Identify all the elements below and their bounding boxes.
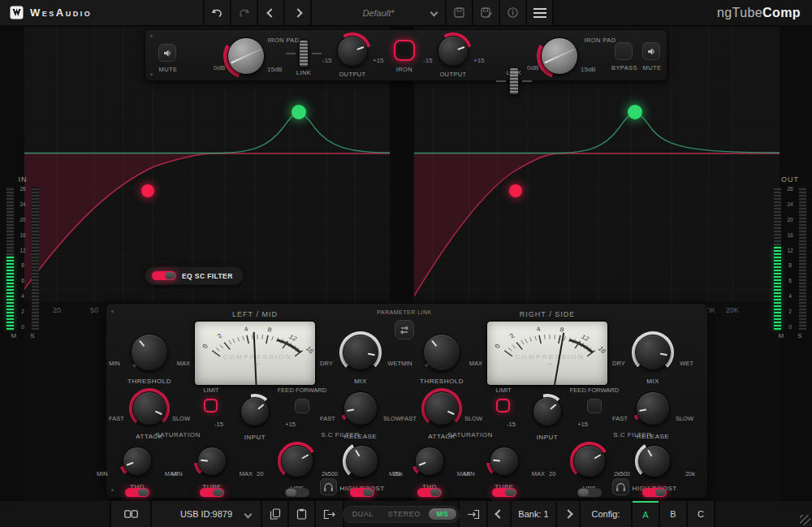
export-preset-button[interactable] [316, 501, 343, 527]
paste-settings-button[interactable] [289, 501, 314, 527]
hardware-link-button[interactable] [111, 501, 150, 527]
bell-handle-dot[interactable] [628, 105, 642, 119]
input-max-label: +15 [577, 421, 588, 428]
hpf-switch[interactable] [285, 488, 309, 497]
mode-dual[interactable]: DUAL [346, 510, 380, 518]
undo-button[interactable] [205, 0, 230, 25]
tube-switch[interactable] [492, 488, 516, 497]
bell-handle-dot[interactable] [292, 105, 306, 119]
attack-knob[interactable] [421, 388, 462, 429]
hpf-knob[interactable] [570, 442, 609, 481]
next-preset-button[interactable] [285, 0, 310, 25]
info-button[interactable] [500, 0, 525, 25]
switch-thumb [165, 272, 175, 279]
iron-pad-right-knob[interactable] [537, 33, 582, 79]
resize-handle[interactable] [800, 515, 810, 525]
vu-compression-label: COMPRESSION [515, 353, 585, 360]
hpf-min-label: 20 [549, 470, 555, 477]
threshold-label: THRESHOLD [110, 378, 188, 385]
mode-stereo[interactable]: STEREO [382, 510, 427, 518]
bank-next-button[interactable] [557, 501, 579, 527]
input-knob[interactable] [237, 394, 273, 430]
input-knob[interactable] [529, 394, 565, 430]
preset-dropdown[interactable]: Default* [312, 0, 445, 25]
vu-compression-label: COMPRESSION [222, 353, 292, 360]
output-right-knob[interactable] [434, 32, 472, 70]
attack-knob[interactable] [129, 388, 170, 429]
thd-knob[interactable] [119, 443, 155, 479]
switch-thumb [578, 489, 589, 496]
release-knob[interactable] [340, 388, 381, 429]
mix-knob[interactable] [632, 331, 674, 374]
hpf-knob[interactable] [278, 442, 317, 481]
tube-knob[interactable] [486, 443, 522, 479]
config-b-button[interactable]: B [660, 501, 686, 527]
channel-left-mid: LEFT / MID 0 2 4 8 12 16 COMPRESSION dB [110, 308, 411, 496]
meter-level [6, 257, 14, 330]
config-a-button[interactable]: A [633, 501, 659, 527]
vu-tick-label: 16 [304, 345, 315, 355]
top-toolbar: WesAudio Default* ngTubeComp [0, 0, 812, 27]
output-right-max: +15 [473, 57, 485, 64]
sc-filter-group-label: S.C FILTER [613, 431, 652, 438]
threshold-knob[interactable] [128, 331, 171, 374]
thd-switch[interactable] [417, 488, 442, 497]
import-icon [467, 509, 480, 520]
thd-switch[interactable] [125, 488, 149, 497]
speaker-icon [647, 47, 656, 56]
mute-left-button[interactable] [158, 44, 176, 62]
scale-tick: 20 [784, 218, 797, 222]
hpf-switch[interactable] [577, 488, 602, 497]
tube-switch[interactable] [200, 488, 224, 497]
hpf-handle-dot[interactable] [141, 184, 154, 197]
link-left-label: LINK [287, 69, 320, 76]
eq-sc-filter-switch[interactable] [152, 271, 176, 280]
freq-tick: 50 [90, 306, 98, 314]
fader-handle[interactable] [299, 40, 309, 67]
eq-sc-filter-toggle[interactable]: EQ SC FILTER [145, 266, 244, 285]
thd-knob-group: MIN MAX THD [98, 443, 176, 490]
bypass-button[interactable] [615, 42, 633, 60]
feed-forward-button[interactable] [587, 399, 602, 413]
min-label: MIN [464, 470, 475, 477]
scale-tick: 0 [16, 325, 29, 330]
mute-right-button[interactable] [642, 42, 660, 60]
switch-thumb [286, 489, 296, 496]
min-label: MIN [171, 470, 183, 477]
tube-knob[interactable] [194, 443, 230, 479]
mix-knob[interactable] [339, 331, 382, 374]
iron-pad-left-max: 15dB [267, 66, 283, 73]
high-boost-knob[interactable] [343, 442, 382, 481]
high-boost-switch[interactable] [642, 488, 667, 497]
bank-prev-button[interactable] [488, 501, 510, 527]
redo-button[interactable] [231, 0, 257, 25]
config-c-button[interactable]: C [688, 501, 714, 527]
thd-knob[interactable] [412, 443, 447, 479]
threshold-knob[interactable] [421, 331, 463, 374]
usb-device-dropdown[interactable]: USB ID:9879 [152, 501, 261, 527]
iron-button[interactable] [394, 40, 415, 61]
link-left-fader[interactable] [286, 40, 322, 67]
prev-preset-button[interactable] [258, 0, 283, 25]
save-as-button[interactable] [473, 0, 499, 25]
import-preset-button[interactable] [460, 501, 486, 527]
thd-knob-group: MIN MAX THD [391, 443, 469, 490]
high-boost-knob[interactable] [635, 442, 674, 481]
plugin-window: WesAudio Default* ngTubeComp [0, 0, 812, 527]
output-left-knob[interactable] [334, 32, 371, 70]
feed-forward-button[interactable] [295, 399, 309, 413]
export-icon [323, 509, 336, 520]
config-label: Config: [592, 509, 620, 519]
menu-button[interactable] [527, 0, 552, 25]
mode-ms[interactable]: MS [429, 508, 457, 520]
hpf-handle-dot[interactable] [509, 184, 522, 197]
vu-tick-label: 4 [244, 326, 249, 333]
high-boost-switch[interactable] [350, 488, 374, 497]
release-knob[interactable] [633, 388, 673, 429]
save-button[interactable] [447, 0, 472, 25]
scale-tick: 24 [784, 202, 797, 207]
iron-pad-left-knob[interactable] [223, 33, 269, 79]
usb-id-text: USB ID:9879 [180, 509, 232, 519]
bank-text: Bank: 1 [518, 509, 548, 519]
copy-settings-button[interactable] [262, 501, 287, 527]
